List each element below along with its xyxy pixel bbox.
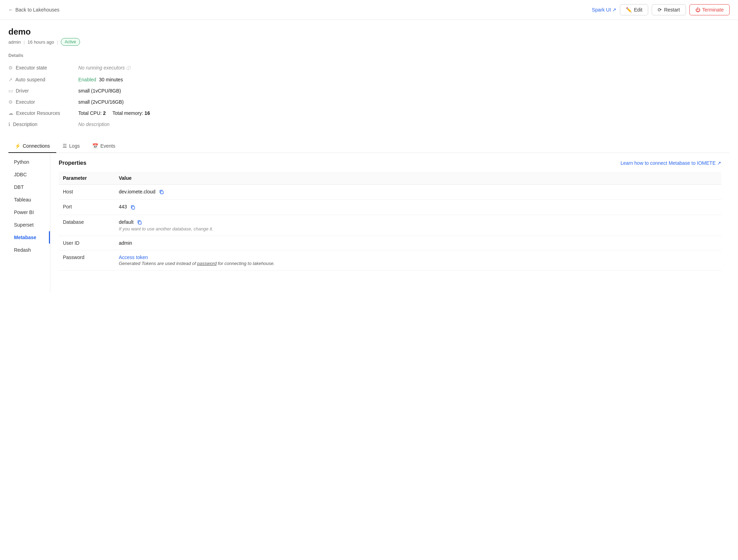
status-badge: Active (61, 38, 80, 46)
restart-button[interactable]: ⟳ Restart (652, 4, 686, 15)
external-link-icon-2: ↗ (717, 160, 721, 166)
param-database: Database (59, 215, 115, 236)
info-circle-icon: ⓘ (126, 66, 130, 71)
param-host: Host (59, 185, 115, 200)
detail-row-executor-resources: ☁ Executor Resources Total CPU: 2 Total … (8, 108, 730, 119)
main-content: demo admin | 16 hours ago | Active Detai… (0, 20, 738, 300)
connections-sidebar: Python JDBC DBT Tableau Power BI Superse… (8, 153, 50, 293)
sidebar-item-dbt[interactable]: DBT (8, 181, 50, 193)
details-section: Details ⚙ Executor state No running exec… (8, 53, 730, 130)
logs-icon: ☰ (63, 143, 67, 149)
top-bar: ← Back to Lakehouses Spark UI ↗ ✏️ Edit … (0, 0, 738, 20)
description-icon: ℹ (8, 121, 10, 127)
detail-row-auto-suspend: ↗ Auto suspend Enabled 30 minutes (8, 74, 730, 85)
table-row-database: Database default If you want to use anot… (59, 215, 721, 236)
driver-value: small (1vCPU/8GB) (78, 88, 121, 94)
spark-ui-button[interactable]: Spark UI ↗ (592, 7, 616, 13)
value-password: Access token Generated Tokens are used i… (115, 250, 721, 270)
executor-icon: ⚙ (8, 99, 13, 105)
restart-icon: ⟳ (658, 7, 662, 13)
tab-events[interactable]: 📅 Events (86, 140, 122, 153)
copy-host-icon[interactable] (158, 189, 165, 195)
sidebar-item-metabase[interactable]: Metabase (8, 231, 50, 244)
detail-row-driver: ▭ Driver small (1vCPU/8GB) (8, 85, 730, 96)
connections-layout: Python JDBC DBT Tableau Power BI Superse… (8, 153, 730, 293)
suspend-icon: ↗ (8, 77, 13, 82)
executor-label: ⚙ Executor (8, 99, 78, 105)
detail-row-executor-state: ⚙ Executor state No running executors ⓘ (8, 62, 730, 74)
separator-1: | (23, 39, 24, 45)
copy-database-icon[interactable] (136, 219, 143, 226)
cloud-icon: ☁ (8, 110, 13, 116)
properties-table: Parameter Value Host dev.iomete.cloud (59, 172, 721, 271)
table-row-host: Host dev.iomete.cloud (59, 185, 721, 200)
learn-link[interactable]: Learn how to connect Metabase to IOMETE … (621, 160, 721, 166)
back-label: Back to Lakehouses (15, 7, 59, 13)
page-title: demo (8, 27, 730, 37)
driver-icon: ▭ (8, 88, 13, 94)
value-port: 443 (115, 200, 721, 215)
page-meta: admin | 16 hours ago | Active (8, 38, 730, 46)
executor-resources-label: ☁ Executor Resources (8, 110, 78, 116)
svg-rect-2 (138, 221, 141, 224)
properties-panel: Properties Learn how to connect Metabase… (50, 153, 730, 293)
col-parameter: Parameter (59, 172, 115, 185)
executor-state-label: ⚙ Executor state (8, 65, 78, 71)
sidebar-item-tableau[interactable]: Tableau (8, 193, 50, 206)
description-label: ℹ Description (8, 121, 78, 127)
value-userid: admin (115, 236, 721, 250)
executor-resources-value: Total CPU: 2 Total memory: 16 (78, 110, 150, 116)
executor-value: small (2vCPU/16GB) (78, 99, 124, 105)
database-hint: If you want to use another database, cha… (119, 226, 717, 231)
svg-rect-1 (132, 206, 135, 209)
sidebar-item-superset[interactable]: Superset (8, 219, 50, 231)
table-row-password: Password Access token Generated Tokens a… (59, 250, 721, 270)
access-token-link[interactable]: Access token (119, 255, 148, 260)
tabs-bar: ⚡ Connections ☰ Logs 📅 Events (8, 140, 730, 153)
gear-icon: ⚙ (8, 65, 13, 71)
sidebar-item-jdbc[interactable]: JDBC (8, 168, 50, 181)
detail-row-executor: ⚙ Executor small (2vCPU/16GB) (8, 96, 730, 108)
param-port: Port (59, 200, 115, 215)
sidebar-item-powerbi[interactable]: Power BI (8, 206, 50, 219)
separator-2: | (57, 39, 58, 45)
external-link-icon: ↗ (612, 7, 616, 13)
param-password: Password (59, 250, 115, 270)
tab-logs[interactable]: ☰ Logs (56, 140, 86, 153)
table-row-userid: User ID admin (59, 236, 721, 250)
param-userid: User ID (59, 236, 115, 250)
terminate-button[interactable]: ⏻ Terminate (689, 4, 730, 15)
description-value: No description (78, 121, 110, 127)
value-host: dev.iomete.cloud (115, 185, 721, 200)
properties-header: Properties Learn how to connect Metabase… (59, 160, 721, 166)
power-icon: ⏻ (695, 7, 700, 13)
back-link[interactable]: ← Back to Lakehouses (8, 7, 59, 13)
value-database: default If you want to use another datab… (115, 215, 721, 236)
copy-port-icon[interactable] (130, 204, 136, 211)
top-actions: Spark UI ↗ ✏️ Edit ⟳ Restart ⏻ Terminate (592, 4, 730, 15)
password-hint: Generated Tokens are used instead of pas… (119, 261, 717, 266)
tab-connections[interactable]: ⚡ Connections (8, 140, 56, 153)
executor-state-value: No running executors ⓘ (78, 65, 130, 71)
spark-ui-label: Spark UI (592, 7, 611, 13)
table-row-port: Port 443 (59, 200, 721, 215)
auto-suspend-label: ↗ Auto suspend (8, 77, 78, 82)
sidebar-item-redash[interactable]: Redash (8, 244, 50, 256)
detail-row-description: ℹ Description No description (8, 119, 730, 130)
driver-label: ▭ Driver (8, 88, 78, 94)
details-title: Details (8, 53, 730, 58)
events-icon: 📅 (92, 143, 98, 149)
properties-title: Properties (59, 160, 86, 166)
meta-time: 16 hours ago (28, 39, 54, 45)
meta-user: admin (8, 39, 21, 45)
arrow-left-icon: ← (8, 7, 13, 13)
connections-icon: ⚡ (15, 143, 21, 149)
col-value: Value (115, 172, 721, 185)
auto-suspend-value: Enabled 30 minutes (78, 77, 123, 82)
edit-icon: ✏️ (626, 7, 632, 13)
sidebar-item-python[interactable]: Python (8, 156, 50, 168)
edit-button[interactable]: ✏️ Edit (620, 4, 648, 15)
svg-rect-0 (160, 191, 163, 194)
